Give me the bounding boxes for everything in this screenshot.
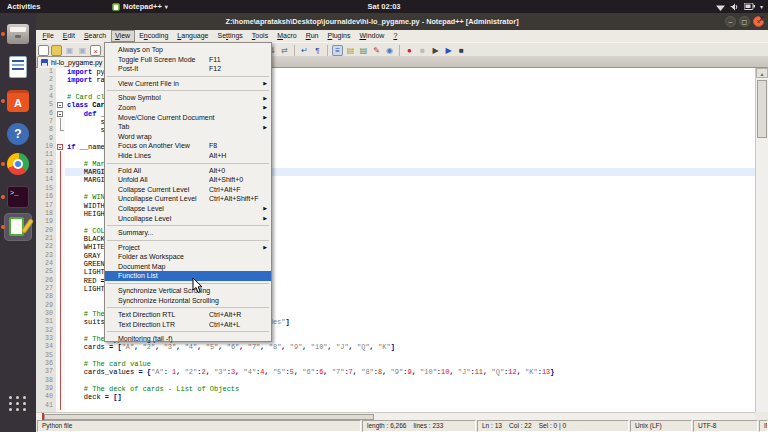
show-all-characters-icon[interactable]: ¶ <box>312 45 323 56</box>
tab-hi-lo-pygame[interactable]: hi-lo_pygame.py <box>37 56 108 68</box>
menu-macro[interactable]: Macro <box>273 30 301 42</box>
horizontal-scrollbar[interactable] <box>36 412 755 420</box>
code-line-41[interactable] <box>65 402 768 410</box>
dock-item-files[interactable] <box>4 20 32 48</box>
fold-collapse-icon[interactable] <box>56 143 65 151</box>
menu-item-tab[interactable]: Tab▶ <box>105 122 271 132</box>
menubar-close-button[interactable]: X <box>759 13 764 25</box>
monitoring-icon[interactable]: ◉ <box>384 45 395 56</box>
menu-encoding[interactable]: Encoding <box>135 30 173 42</box>
maximize-button[interactable]: ◻ <box>739 16 750 27</box>
new-file-icon[interactable] <box>38 45 49 56</box>
fold-margin-cell <box>56 176 65 184</box>
code-line-39[interactable]: # The deck of cards - List of Objects <box>65 385 768 393</box>
run-macro-multiple-icon[interactable]: ▶ <box>443 45 454 56</box>
dock-item-notepad-plus-plus[interactable] <box>4 213 32 241</box>
menu-item-zoom[interactable]: Zoom▶ <box>105 103 271 113</box>
app-menu-button[interactable]: Notepad++ ▾ <box>112 0 168 13</box>
menu-item-function-list[interactable]: Function List <box>105 271 271 281</box>
folder-as-workspace-icon[interactable]: ▤ <box>358 45 369 56</box>
menu-item-label: Post-It <box>118 65 138 72</box>
menu-item-folder-as-workspace[interactable]: Folder as Workspace <box>105 252 271 262</box>
menu-item-collapse-level[interactable]: Collapse Level▶ <box>105 204 271 214</box>
dock-item-app-grid[interactable] <box>4 389 32 417</box>
menu-file[interactable]: File <box>38 30 58 42</box>
scroll-up-arrow-icon[interactable]: ▲ <box>756 68 768 78</box>
system-tray[interactable]: ▾ <box>716 0 763 13</box>
word-wrap-icon[interactable]: ↵ <box>299 45 310 56</box>
status-eol-format[interactable]: Unix (LF) <box>630 420 692 432</box>
notepad-app-icon <box>112 3 120 11</box>
menu-item-text-direction-ltr[interactable]: Text Direction LTRCtrl+Alt+L <box>105 320 271 330</box>
menu-item-post-it[interactable]: Post-ItF12 <box>105 64 271 74</box>
line-number: 24 <box>36 260 56 268</box>
code-line-36[interactable]: # The card value <box>65 360 768 368</box>
menu-item-collapse-current-level[interactable]: Collapse Current LevelCtrl+Alt+F <box>105 185 271 195</box>
dock-item-ubuntu-software[interactable]: A <box>4 87 32 115</box>
menu-item-synchronize-horizontal-scrolling[interactable]: Synchronize Horizontal Scrolling <box>105 296 271 306</box>
vertical-scrollbar[interactable]: ▲ <box>755 68 768 412</box>
function-list-icon[interactable]: ≡ <box>332 45 343 56</box>
menu-item-word-wrap[interactable]: Word wrap <box>105 132 271 142</box>
fold-margin-cell <box>56 402 65 410</box>
dock-item-libreoffice-writer[interactable] <box>4 53 32 81</box>
menu-item-focus-on-another-view[interactable]: Focus on Another ViewF8 <box>105 141 271 151</box>
menu-item-synchronize-vertical-scrolling[interactable]: Synchronize Vertical Scrolling <box>105 286 271 296</box>
dock-item-terminal[interactable]: >_ <box>4 183 32 211</box>
menu-run[interactable]: Run <box>301 30 323 42</box>
menu-item-move-clone-current-document[interactable]: Move/Clone Current Document▶ <box>105 113 271 123</box>
line-number: 19 <box>36 218 56 226</box>
menu-item-toggle-full-screen-mode[interactable]: Toggle Full Screen ModeF11 <box>105 55 271 65</box>
menu-view[interactable]: View <box>111 30 135 42</box>
fold-collapse-icon[interactable] <box>56 101 65 109</box>
menu-item-monitoring-tail-f[interactable]: Monitoring (tail -f) <box>105 334 271 344</box>
menu-item-hide-lines[interactable]: Hide LinesAlt+H <box>105 151 271 161</box>
document-map-icon[interactable]: ▤ <box>345 45 356 56</box>
dock-item-chrome[interactable] <box>4 150 32 178</box>
menu-item-document-map[interactable]: Document Map <box>105 262 271 272</box>
dock: A?>_ <box>0 13 36 432</box>
fold-collapse-icon[interactable] <box>56 110 65 118</box>
line-number: 22 <box>36 243 56 251</box>
menu-item-uncollapse-current-level[interactable]: Uncollapse Current LevelCtrl+Alt+Shift+F <box>105 194 271 204</box>
code-line-40[interactable]: deck = [] <box>65 393 768 401</box>
menu-item-show-symbol[interactable]: Show Symbol▶ <box>105 93 271 103</box>
menu-settings[interactable]: Settings <box>213 30 247 42</box>
menu-item-always-on-top[interactable]: Always on Top <box>105 45 271 55</box>
menu-item-text-direction-rtl[interactable]: Text Direction RTLCtrl+Alt+R <box>105 310 271 320</box>
menu-item-view-current-file-in[interactable]: View Current File in▶ <box>105 79 271 89</box>
sync-horizontal-scrolling-icon[interactable]: ⇄ <box>279 45 290 56</box>
line-number: 15 <box>36 185 56 193</box>
menu-item-fold-all[interactable]: Fold AllAlt+0 <box>105 166 271 176</box>
line-number: 2 <box>36 76 56 84</box>
menu-edit[interactable]: Edit <box>58 30 79 42</box>
menu-tools[interactable]: Tools <box>247 30 272 42</box>
menu-item-summary[interactable]: Summary... <box>105 228 271 238</box>
help-icon: ? <box>7 123 29 145</box>
status-insert-mode[interactable]: INS <box>759 420 768 432</box>
ubuntu-software-icon: A <box>7 90 29 112</box>
menu-item-uncollapse-level[interactable]: Uncollapse Level▶ <box>105 214 271 224</box>
minimize-button[interactable]: – <box>725 16 736 27</box>
code-line-35[interactable] <box>65 352 768 360</box>
status-encoding[interactable]: UTF-8 <box>693 420 758 432</box>
menu-?[interactable]: ? <box>389 30 402 42</box>
menu-language[interactable]: Language <box>173 30 213 42</box>
menu-item-project[interactable]: Project▶ <box>105 243 271 253</box>
menu-item-unfold-all[interactable]: Unfold AllAlt+Shift+0 <box>105 175 271 185</box>
close-document-icon[interactable]: × <box>90 45 101 56</box>
open-file-icon[interactable] <box>51 45 62 56</box>
save-macro-icon[interactable]: ■ <box>456 45 467 56</box>
code-line-38[interactable] <box>65 377 768 385</box>
menu-search[interactable]: Search <box>79 30 110 42</box>
menu-plugins[interactable]: Plugins <box>323 30 355 42</box>
vertical-scrollbar-thumb[interactable] <box>757 80 767 138</box>
playback-macro-icon[interactable]: ▶ <box>430 45 441 56</box>
record-macro-icon[interactable]: ● <box>404 45 415 56</box>
doc-switcher-icon[interactable]: ✎ <box>371 45 382 56</box>
code-line-34[interactable]: cards = ["A", "2", "3", "4", "5", "6", "… <box>65 343 768 351</box>
menu-window[interactable]: Window <box>355 30 389 42</box>
title-bar[interactable]: Z:\home\aprataksh\Desktop\journaldev\hi-… <box>36 13 768 30</box>
dock-item-help[interactable]: ? <box>4 120 32 148</box>
code-line-37[interactable]: cards_values = {"A": 1, "2":2, "3":3, "4… <box>65 368 768 376</box>
